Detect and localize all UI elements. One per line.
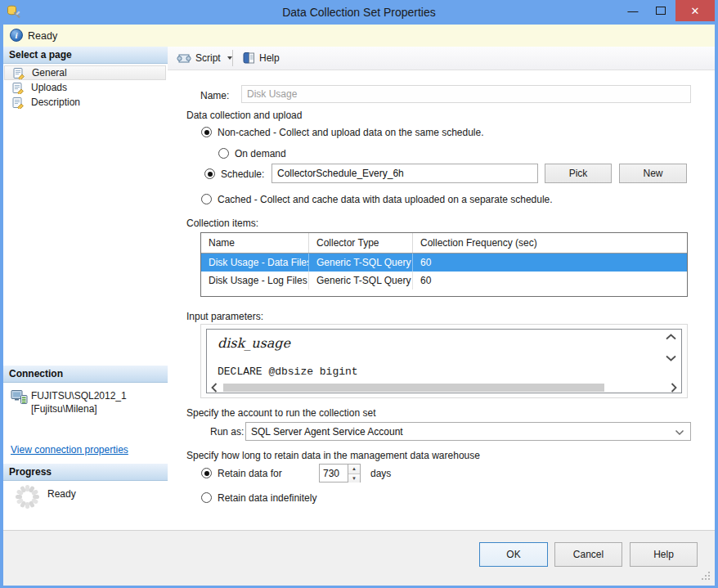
ondemand-radio-label[interactable]: On demand: [235, 148, 286, 159]
cell-collector-type: Generic T-SQL Query Col...: [308, 272, 412, 290]
page-icon: [13, 67, 25, 79]
retain-indefinitely-radio-label[interactable]: Retain data indefinitely: [218, 492, 316, 504]
retain-days-value: 730: [323, 468, 339, 479]
page-icon: [12, 97, 25, 109]
run-as-label: Run as:: [210, 426, 244, 438]
connection-user: [Fujitsu\Milena]: [31, 403, 97, 415]
minimize-button[interactable]: —: [620, 0, 646, 21]
maximize-button[interactable]: [648, 0, 674, 21]
close-button[interactable]: ✕: [675, 0, 715, 21]
cell-name: Disk Usage - Log Files: [201, 272, 308, 290]
name-label: Name:: [200, 90, 229, 101]
schedule-radio[interactable]: [204, 168, 215, 179]
new-button[interactable]: New: [619, 164, 687, 183]
help-button[interactable]: Help: [630, 542, 698, 567]
dialog-window: Data Collection Set Properties — ✕ i Rea…: [0, 0, 718, 588]
run-as-value: SQL Server Agent Service Account: [251, 426, 403, 438]
column-header-frequency[interactable]: Collection Frequency (sec): [412, 233, 687, 253]
stepper-buttons: ▲ ▼: [348, 465, 360, 482]
titlebar[interactable]: Data Collection Set Properties — ✕: [0, 0, 718, 25]
page-icon: [12, 82, 25, 94]
collection-section-label: Data collection and upload: [186, 110, 302, 121]
collection-items-label: Collection items:: [186, 218, 258, 229]
account-section-label: Specify the account to run the collectio…: [186, 407, 375, 419]
retention-section-label: Specify how long to retain data in the m…: [186, 450, 480, 461]
maximize-icon: [656, 7, 666, 15]
info-icon: i: [10, 29, 23, 42]
input-parameters-line1: disk_usage: [218, 335, 290, 351]
sidebar-panel: [3, 47, 168, 530]
sidebar-item-label: Uploads: [31, 82, 67, 93]
table-row[interactable]: Disk Usage - Log Files Generic T-SQL Que…: [201, 272, 687, 290]
retain-days-stepper[interactable]: 730 ▲ ▼: [319, 464, 361, 483]
sidebar-item-description[interactable]: Description: [4, 95, 166, 110]
cell-frequency: 60: [412, 272, 687, 290]
server-icon: [11, 388, 28, 405]
resize-grip[interactable]: [700, 570, 711, 581]
noncached-radio-label[interactable]: Non-cached - Collect and upload data on …: [218, 127, 484, 138]
retain-for-radio[interactable]: [201, 468, 212, 478]
script-button[interactable]: Script: [173, 49, 236, 67]
view-connection-properties-link[interactable]: View connection properties: [11, 444, 128, 456]
days-label: days: [370, 468, 391, 479]
input-parameters-line2: DECLARE @dbsize bigint: [218, 366, 358, 378]
retain-indefinitely-radio[interactable]: [201, 492, 212, 503]
combo-chevron-icon: [675, 429, 684, 436]
script-label: Script: [195, 52, 221, 64]
status-bar: [3, 25, 715, 47]
sidebar-item-general[interactable]: General: [4, 65, 166, 80]
connection-header: Connection: [3, 366, 168, 383]
window-title: Data Collection Set Properties: [0, 0, 718, 25]
spin-up-icon[interactable]: ▲: [348, 465, 360, 474]
select-a-page-header: Select a page: [3, 47, 168, 64]
toolbar-separator: [232, 50, 233, 66]
cancel-button[interactable]: Cancel: [554, 542, 622, 567]
spin-down-icon[interactable]: ▼: [348, 474, 360, 483]
cached-radio-label[interactable]: Cached - Collect and cache data with dat…: [218, 194, 553, 205]
sidebar-item-label: General: [32, 67, 67, 79]
cell-collector-type: Generic T-SQL Query Col...: [308, 254, 412, 272]
spinner-icon: [13, 483, 42, 511]
connection-server: FUJITSU\SQL2012_1: [31, 390, 127, 402]
progress-status: Ready: [47, 488, 76, 500]
collection-items-table: Name Collector Type Collection Frequency…: [200, 232, 688, 297]
help-label: Help: [259, 52, 280, 64]
column-header-collector-type[interactable]: Collector Type: [308, 233, 412, 253]
help-toolbar-button[interactable]: Help: [238, 49, 284, 67]
sidebar-item-uploads[interactable]: Uploads: [4, 80, 166, 95]
chevron-down-icon: [227, 56, 232, 60]
scroll-up-icon[interactable]: [665, 333, 677, 341]
input-parameters-label: Input parameters:: [186, 311, 263, 322]
schedule-radio-label[interactable]: Schedule:: [221, 168, 264, 180]
script-icon: [177, 52, 191, 65]
help-icon: [242, 52, 255, 65]
noncached-radio[interactable]: [201, 127, 212, 137]
schedule-input[interactable]: [271, 164, 538, 183]
horizontal-scrollbar-thumb[interactable]: [223, 384, 604, 392]
status-text: Ready: [28, 30, 57, 42]
cell-name: Disk Usage - Data Files: [201, 254, 308, 272]
sidebar-item-label: Description: [31, 97, 80, 108]
scroll-left-icon[interactable]: [210, 382, 218, 393]
cell-frequency: 60: [412, 254, 687, 272]
column-header-name[interactable]: Name: [201, 233, 308, 253]
cached-radio[interactable]: [201, 194, 212, 204]
scroll-right-icon[interactable]: [670, 382, 678, 393]
table-header-row: Name Collector Type Collection Frequency…: [201, 233, 687, 254]
name-input[interactable]: [241, 85, 691, 103]
table-row[interactable]: Disk Usage - Data Files Generic T-SQL Qu…: [201, 254, 687, 272]
scroll-down-icon[interactable]: [665, 354, 677, 362]
retain-for-radio-label[interactable]: Retain data for: [218, 468, 282, 479]
ondemand-radio[interactable]: [218, 148, 229, 159]
pick-button[interactable]: Pick: [545, 164, 612, 183]
run-as-dropdown[interactable]: SQL Server Agent Service Account: [245, 422, 691, 441]
progress-header: Progress: [3, 464, 168, 481]
ok-button[interactable]: OK: [479, 542, 548, 567]
